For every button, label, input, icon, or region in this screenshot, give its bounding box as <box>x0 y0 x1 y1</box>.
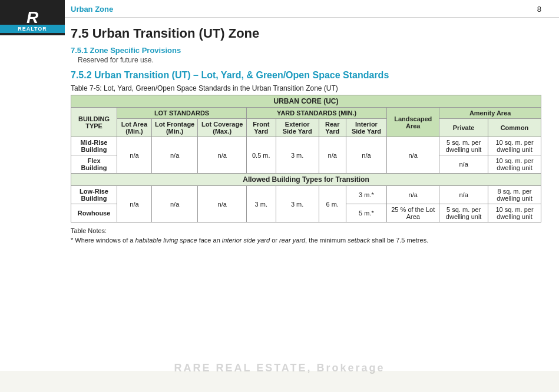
landscaped-area-header: Landscaped Area <box>387 108 439 137</box>
private-lowrise: n/a <box>439 186 488 204</box>
main-content: 7.5 Urban Transition (UT) Zone 7.5.1 Zon… <box>0 18 559 371</box>
lot-standards-header: LOT STANDARDS <box>117 108 247 119</box>
col-front-yard: Front Yard <box>246 119 276 137</box>
table-row: Low-RiseBuilding n/a n/a n/a 3 m. 3 m. 6… <box>71 186 541 204</box>
lot-frontage-midrise: n/a <box>151 137 198 174</box>
lot-coverage-lowrise: n/a <box>198 186 247 222</box>
urban-core-header: URBAN CORE (UC) <box>71 95 541 108</box>
col-interior-side-yard: Interior Side Yard <box>346 119 387 137</box>
exterior-side-yard-midrise: 3 m. <box>276 137 319 174</box>
yard-standards-header: YARD STANDARDS (MIN.) <box>246 108 386 119</box>
header-title: Urban Zone <box>71 5 113 14</box>
front-yard-lowrise: 3 m. <box>246 186 276 222</box>
table-caption: Table 7-5: Lot, Yard, Green/Open Space S… <box>71 84 541 92</box>
table-row: Mid-RiseBuilding n/a n/a n/a 0.5 m. 3 m.… <box>71 137 541 155</box>
page-header: Urban Zone 8 <box>0 0 559 18</box>
lot-area-lowrise: n/a <box>117 186 152 222</box>
logo-letter: R <box>27 9 38 26</box>
table-notes: Table Notes: <box>71 227 541 234</box>
main-section-title: 7.5 Urban Transition (UT) Zone <box>71 26 541 41</box>
interior-side-yard-lowrise: 3 m.* <box>346 186 387 204</box>
building-type-midrise: Mid-RiseBuilding <box>71 137 117 155</box>
table-footnote: * Where windows of a habitable living sp… <box>71 237 541 244</box>
building-type-lowrise: Low-RiseBuilding <box>71 186 117 204</box>
lot-coverage-midrise: n/a <box>198 137 247 174</box>
page-number: 8 <box>537 5 541 14</box>
col-rear-yard: Rear Yard <box>319 119 346 137</box>
interior-side-yard-rowhouse: 5 m.* <box>346 204 387 222</box>
exterior-side-yard-lowrise: 3 m. <box>276 186 319 222</box>
common-lowrise: 8 sq. m. per dwelling unit <box>488 186 541 204</box>
common-midrise: 10 sq. m. per dwelling unit <box>488 137 541 155</box>
col-lot-coverage: Lot Coverage (Max.) <box>198 119 247 137</box>
realtor-label: REALTOR <box>0 25 65 33</box>
landscaped-rowhouse: 25 % of the Lot Area <box>387 204 439 222</box>
private-rowhouse: 5 sq. m. per dwelling unit <box>439 204 488 222</box>
lot-area-midrise: n/a <box>117 137 152 174</box>
landscaped-lowrise: n/a <box>387 186 439 204</box>
building-type-flex: FlexBuilding <box>71 155 117 174</box>
watermark: RARE REAL ESTATE, Brokerage <box>174 362 385 374</box>
common-rowhouse: 10 sq. m. per dwelling unit <box>488 204 541 222</box>
reserved-text: Reserved for future use. <box>78 56 541 64</box>
col-building-type: BUILDING TYPE <box>71 108 117 137</box>
allowed-row: Allowed Building Types for Transition <box>71 174 541 186</box>
col-common: Common <box>488 119 541 137</box>
rear-yard-lowrise: 6 m. <box>319 186 346 222</box>
front-yard-midrise: 0.5 m. <box>246 137 276 174</box>
col-exterior-side-yard: Exterior Side Yard <box>276 119 319 137</box>
interior-side-yard-midrise: n/a <box>346 137 387 174</box>
col-lot-area: Lot Area (Min.) <box>117 119 152 137</box>
col-private: Private <box>439 119 488 137</box>
landscaped-midrise: n/a <box>387 137 439 174</box>
amenity-area-header: Amenity Area <box>439 108 541 119</box>
subsection2-title: 7.5.2 Urban Transition (UT) – Lot, Yard,… <box>71 70 541 81</box>
zone-table: URBAN CORE (UC) BUILDING TYPE LOT STANDA… <box>71 95 541 222</box>
private-flex: n/a <box>439 155 488 174</box>
private-midrise: 5 sq. m. per dwelling unit <box>439 137 488 155</box>
subsection-title: 7.5.1 Zone Specific Provisions <box>71 46 541 55</box>
col-lot-frontage: Lot Frontage (Min.) <box>151 119 198 137</box>
building-type-rowhouse: Rowhouse <box>71 204 117 222</box>
lot-frontage-lowrise: n/a <box>151 186 198 222</box>
rear-yard-midrise: n/a <box>319 137 346 174</box>
common-flex: 10 sq. m. per dwelling unit <box>488 155 541 174</box>
allowed-label: Allowed Building Types for Transition <box>71 174 541 186</box>
